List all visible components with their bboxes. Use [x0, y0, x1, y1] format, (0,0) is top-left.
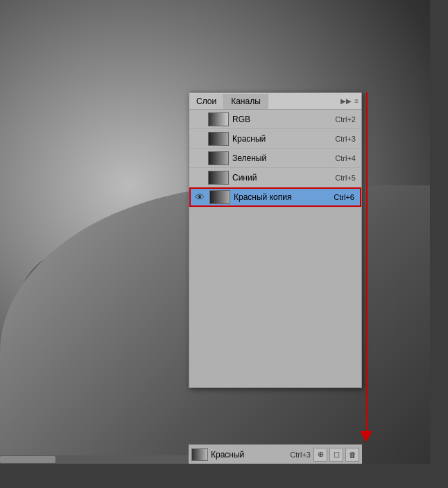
right-sidebar	[430, 0, 448, 488]
channel-row-green[interactable]: Зеленый Ctrl+4	[189, 149, 361, 168]
footer-icons: ⊕ ◻ 🗑	[313, 448, 359, 462]
footer-label: Красный	[211, 450, 290, 460]
channel-thumb-green	[208, 151, 229, 165]
channel-shortcut-red: Ctrl+3	[335, 135, 359, 143]
channel-thumb-rgb	[208, 112, 229, 126]
channel-shortcut-rgb: Ctrl+2	[335, 115, 359, 124]
channel-delete-button[interactable]: 🗑	[345, 448, 359, 462]
channel-row-rgb[interactable]: RGB Ctrl+2	[189, 110, 361, 129]
panel-tab-icons: ▶▶ ≡	[341, 97, 361, 105]
panel-footer: Красный Ctrl+3 ⊕ ◻ 🗑	[189, 444, 362, 464]
tab-layers[interactable]: Слои	[189, 94, 224, 109]
channel-mask-button[interactable]: ◻	[329, 448, 343, 462]
channel-thumb-red-copy	[209, 190, 230, 204]
channel-shortcut-blue: Ctrl+5	[335, 174, 359, 182]
channel-row-blue[interactable]: Синий Ctrl+5	[189, 168, 361, 187]
eye-icon-red-copy[interactable]: 👁	[193, 192, 206, 203]
channel-option-button[interactable]: ⊕	[313, 448, 327, 462]
channel-shortcut-green: Ctrl+4	[335, 154, 359, 162]
channel-shortcut-red-copy: Ctrl+6	[334, 193, 357, 201]
menu-icon[interactable]: ≡	[354, 97, 359, 105]
channel-thumb-blue	[208, 171, 229, 185]
channel-name-green: Зеленый	[232, 153, 335, 163]
panel-empty-area	[189, 207, 361, 387]
channel-row-red-copy[interactable]: 👁 Красный копия Ctrl+6	[189, 187, 361, 207]
channel-name-rgb: RGB	[232, 115, 335, 124]
channel-name-red-copy: Красный копия	[234, 192, 334, 202]
channel-name-red: Красный	[232, 134, 335, 144]
horizontal-scrollbar[interactable]	[0, 455, 189, 464]
tab-channels[interactable]: Каналы	[224, 94, 268, 109]
panel-tabs: Слои Каналы ▶▶ ≡	[189, 93, 361, 110]
channel-row-red[interactable]: Красный Ctrl+3	[189, 129, 361, 149]
footer-thumb	[191, 448, 208, 461]
channel-thumb-red	[208, 132, 229, 146]
forward-arrow-icon[interactable]: ▶▶	[341, 97, 352, 105]
bottom-bar	[0, 464, 430, 488]
channels-panel: Слои Каналы ▶▶ ≡ RGB Ctrl+2 Красный Ctrl…	[189, 92, 362, 388]
channel-name-blue: Синий	[232, 173, 335, 183]
footer-shortcut: Ctrl+3	[290, 451, 311, 459]
scrollbar-thumb[interactable]	[0, 456, 55, 463]
